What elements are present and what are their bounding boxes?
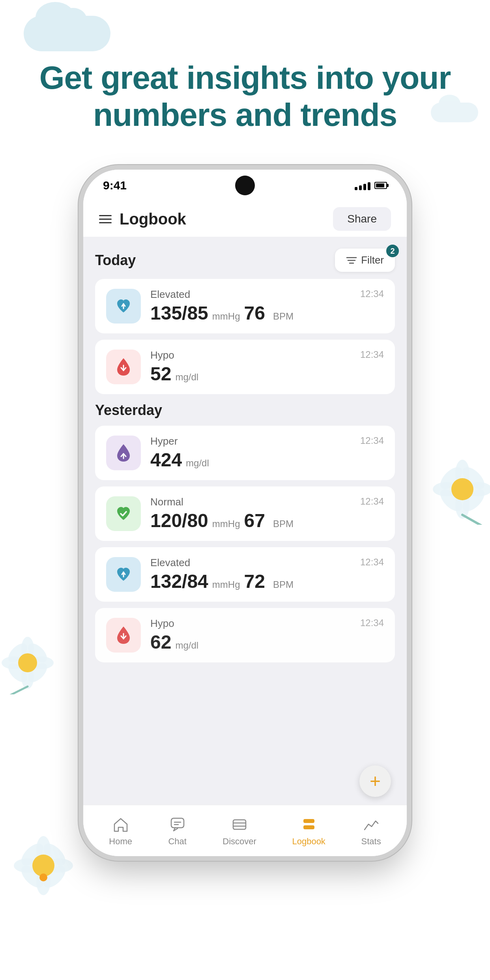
log-value-today-1: 135/85 mmHg 76 BPM [150,302,384,324]
log-number-glucose: 52 [150,363,171,385]
log-icon-hypo [106,350,141,384]
log-number-normal-bp: 120/80 [150,510,208,531]
log-number-hypo-2: 62 [150,631,171,653]
add-entry-fab[interactable]: + [359,765,391,797]
log-content-yesterday-4: Hypo 62 mg/dl [150,617,384,653]
battery-icon [374,182,387,189]
filter-button[interactable]: Filter 2 [335,249,395,272]
log-number-bp: 135/85 [150,302,208,324]
filter-label: Filter [361,254,384,266]
log-time-yesterday-4: 12:34 [360,617,384,628]
status-icons [355,181,387,190]
log-entry-yesterday-1[interactable]: Hyper 424 mg/dl 12:34 [95,426,395,480]
log-icon-elevated-bp [106,289,141,324]
camera-dot [235,176,255,195]
log-unit-glucose: mg/dl [175,372,198,383]
log-value-today-2: 52 mg/dl [150,363,384,385]
log-bpm-unit-elevated-2: BPM [273,579,294,590]
yesterday-title: Yesterday [95,402,162,419]
log-bpm-num: 76 [244,302,265,324]
log-value-yesterday-1: 424 mg/dl [150,449,384,471]
log-bpm-elevated-2: 72 [244,570,265,592]
drop-down-icon-2 [115,625,132,645]
nav-label-logbook: Logbook [292,836,325,847]
log-time-today-2: 12:34 [360,349,384,360]
nav-item-logbook[interactable]: Logbook [292,815,325,847]
log-value-yesterday-4: 62 mg/dl [150,631,384,653]
app-title: Logbook [120,210,186,228]
log-status-yesterday-2: Normal [150,496,384,508]
log-status-today-2: Hypo [150,349,384,361]
log-entry-today-2[interactable]: Hypo 52 mg/dl 12:34 [95,340,395,394]
filter-icon [346,256,357,265]
menu-button[interactable] [99,215,112,223]
nav-label-home: Home [109,836,132,847]
fab-plus-icon: + [370,772,381,791]
yesterday-section-header: Yesterday [95,402,395,419]
chat-icon [168,815,187,834]
log-entry-yesterday-3[interactable]: Elevated 132/84 mmHg 72 BPM 12:34 [95,547,395,602]
log-content-yesterday-1: Hyper 424 mg/dl [150,435,384,471]
svg-point-8 [451,478,473,500]
log-entry-today-1[interactable]: Elevated 135/85 mmHg 76 BPM 12:34 [95,279,395,333]
nav-item-discover[interactable]: Discover [223,815,256,847]
svg-rect-38 [171,818,184,828]
svg-point-28 [32,855,54,877]
home-icon [111,815,130,834]
log-value-yesterday-3: 132/84 mmHg 72 BPM [150,570,384,592]
log-number-hyper: 424 [150,449,182,471]
heart-up-icon [114,297,133,316]
log-entry-yesterday-2[interactable]: Normal 120/80 mmHg 67 BPM 12:34 [95,486,395,541]
log-icon-hyper [106,436,141,470]
headline-text: Get great insights into your numbers and… [24,59,466,134]
drop-up-purple-icon [115,443,132,463]
phone-frame: 9:41 L [83,170,407,856]
svg-line-9 [462,515,490,525]
svg-rect-44 [303,819,314,823]
log-time-yesterday-3: 12:34 [360,557,384,568]
log-value-yesterday-2: 120/80 mmHg 67 BPM [150,510,384,531]
svg-point-18 [18,653,37,672]
log-unit-hypo-2: mg/dl [175,640,198,651]
svg-rect-45 [303,825,314,829]
log-icon-normal [106,496,141,531]
filter-badge: 2 [386,245,399,257]
signal-icon [355,181,370,190]
log-status-yesterday-3: Elevated [150,557,384,569]
nav-item-home[interactable]: Home [109,815,132,847]
status-bar: 9:41 [83,170,407,201]
nav-label-stats: Stats [361,836,381,847]
cloud-decoration-topleft [24,16,110,51]
log-content-yesterday-3: Elevated 132/84 mmHg 72 BPM [150,557,384,592]
log-number-elevated-2: 132/84 [150,570,208,592]
log-status-yesterday-4: Hypo [150,617,384,630]
log-time-yesterday-1: 12:34 [360,435,384,446]
log-status-yesterday-1: Hyper [150,435,384,447]
log-bpm-normal: 67 [244,510,265,531]
phone-screen: 9:41 L [83,170,407,856]
log-time-yesterday-2: 12:34 [360,496,384,507]
drop-down-icon [115,357,132,377]
share-button[interactable]: Share [333,207,391,231]
nav-label-discover: Discover [223,836,256,847]
svg-rect-41 [233,820,246,829]
svg-line-19 [0,686,28,694]
status-time: 9:41 [103,179,127,192]
flower-decoration-left [0,631,59,694]
log-entry-yesterday-4[interactable]: Hypo 62 mg/dl 12:34 [95,608,395,662]
nav-item-chat[interactable]: Chat [168,815,187,847]
discover-icon [230,815,249,834]
log-unit-normal-bp: mmHg [212,518,240,529]
heart-check-icon [114,504,133,523]
app-header: Logbook Share [83,201,407,237]
log-bpm-unit: BPM [273,311,294,322]
log-icon-hypo-2 [106,618,141,653]
heart-up-icon-2 [114,565,133,584]
app-content: Today Filter 2 [83,237,407,805]
log-status-today-1: Elevated [150,288,384,301]
stats-icon [362,815,381,834]
flower-decoration-bottomleft [8,830,79,901]
log-time-today-1: 12:34 [360,288,384,299]
log-unit-hyper: mg/dl [186,458,209,469]
nav-item-stats[interactable]: Stats [361,815,381,847]
